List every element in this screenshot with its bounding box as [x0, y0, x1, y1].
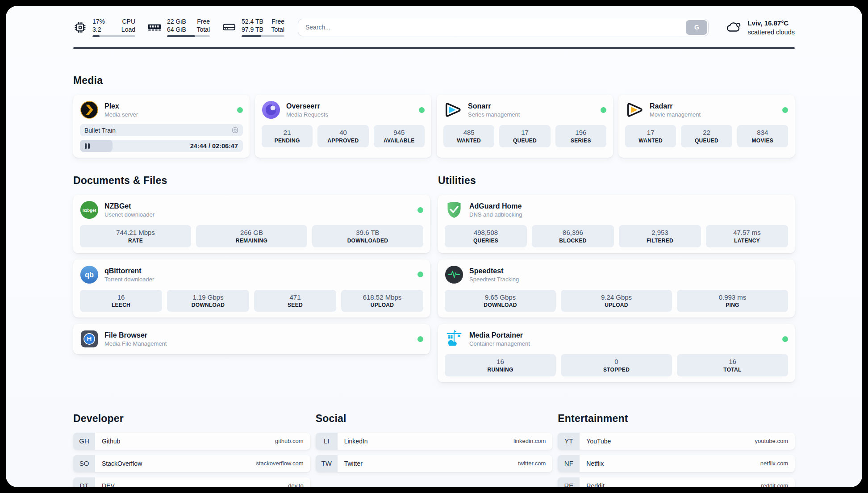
stat-value: 40 — [319, 128, 367, 137]
service-card-overseerr[interactable]: Overseerr Media Requests 21 PENDING 40 A… — [255, 95, 431, 158]
bookmark-linkedin[interactable]: LI LinkedIn linkedin.com — [316, 433, 553, 450]
service-card-adguard[interactable]: AdGuard Home DNS and adblocking 498,508 … — [438, 195, 795, 253]
disk-progress-track — [242, 35, 284, 37]
stat-value: 1.19 Gbps — [169, 293, 247, 302]
disk-total-value: 97.9 TB — [242, 25, 263, 33]
stat-pill: 21 PENDING — [262, 125, 313, 147]
portainer-icon — [445, 330, 463, 348]
bookmark-name: Reddit — [586, 482, 604, 487]
stat-pill: 40 APPROVED — [317, 125, 368, 147]
filebrowser-icon — [80, 330, 99, 348]
cpu-progress-track — [92, 35, 135, 37]
bookmark-abbr: LI — [316, 433, 338, 450]
service-name: Media Portainer — [469, 331, 530, 340]
bookmark-reddit[interactable]: RE Reddit reddit.com — [558, 477, 795, 487]
search-bar: G — [298, 19, 709, 36]
stat-pill: 16 TOTAL — [677, 354, 788, 376]
media-preview-icon[interactable] — [232, 127, 238, 134]
service-card-filebrowser[interactable]: File Browser Media File Management — [73, 324, 430, 354]
service-subtitle: Torrent downloader — [104, 276, 154, 283]
stat-label: FILTERED — [621, 238, 699, 244]
stat-value: 498,508 — [447, 228, 525, 237]
service-card-plex[interactable]: Plex Media server Bullet Train — [73, 95, 250, 158]
bookmark-netflix[interactable]: NF Netflix netflix.com — [558, 455, 795, 472]
status-dot — [419, 107, 425, 113]
stat-pill: 498,508 QUERIES — [445, 225, 527, 247]
nzbget-icon: nzbget — [80, 201, 99, 219]
bookmark-github[interactable]: GH Github github.com — [73, 433, 310, 450]
bookmark-dev[interactable]: DT DEV dev.to — [73, 477, 310, 487]
disk-stat: 52.4 TB 97.9 TB Free Total — [222, 17, 284, 37]
bookmark-twitter[interactable]: TW Twitter twitter.com — [316, 455, 553, 472]
stat-value: 196 — [557, 128, 605, 137]
stat-pill: 17 QUEUED — [499, 125, 550, 147]
section-title-media: Media — [73, 75, 795, 87]
bookmark-abbr: GH — [73, 433, 95, 450]
memory-free-value: 22 GiB — [167, 17, 186, 25]
stat-pill: 86,396 BLOCKED — [532, 225, 614, 247]
cpu-usage-value: 17% — [92, 17, 105, 25]
cloud-icon — [726, 20, 742, 35]
stat-value: 0 — [563, 357, 670, 366]
stat-pill: 47.57 ms LATENCY — [706, 225, 788, 247]
overseerr-icon — [262, 100, 280, 119]
stat-label: WANTED — [627, 138, 674, 144]
header: 17% 3.2 CPU Load — [73, 17, 795, 37]
stat-value: 9.24 Gbps — [563, 293, 670, 302]
stat-pill: 0.993 ms PING — [677, 290, 788, 312]
stat-pill: 2,953 FILTERED — [619, 225, 701, 247]
stat-label: DOWNLOAD — [447, 302, 554, 308]
service-card-qbittorrent[interactable]: qb qBittorrent Torrent downloader 16 LEE… — [73, 259, 430, 318]
memory-progress-fill — [167, 35, 195, 37]
bookmark-stackoverflow[interactable]: SO StackOverflow stackoverflow.com — [73, 455, 310, 472]
service-card-nzbget[interactable]: nzbget NZBGet Usenet downloader 744.21 M… — [73, 195, 430, 253]
service-card-portainer[interactable]: Media Portainer Container management 16 … — [438, 324, 795, 382]
memory-total-value: 64 GiB — [167, 25, 186, 33]
search-input[interactable] — [298, 19, 709, 36]
memory-total-label: Total — [196, 25, 210, 33]
radarr-icon — [625, 100, 644, 119]
service-card-sonarr[interactable]: Sonarr Series management 485 WANTED 17 Q… — [437, 95, 613, 158]
cpu-icon — [73, 21, 87, 34]
header-divider — [73, 47, 795, 49]
stat-label: LATENCY — [708, 238, 786, 244]
memory-free-label: Free — [196, 17, 210, 25]
service-card-speedtest[interactable]: Speedtest Speedtest Tracking 9.65 Gbps D… — [438, 259, 795, 318]
section-title-social: Social — [316, 413, 553, 425]
stat-pill: 196 SERIES — [555, 125, 606, 147]
status-dot — [417, 272, 423, 277]
pause-button[interactable] — [85, 143, 90, 149]
system-stats: 17% 3.2 CPU Load — [73, 17, 284, 37]
bookmark-url: twitter.com — [518, 460, 546, 467]
bookmark-youtube[interactable]: YT YouTube youtube.com — [558, 433, 795, 450]
stat-value: 21 — [263, 128, 311, 137]
service-name: Radarr — [650, 102, 701, 111]
dashboard: 17% 3.2 CPU Load — [6, 6, 862, 487]
stat-value: 86,396 — [534, 228, 612, 237]
stat-pill: 16 LEECH — [80, 290, 162, 312]
bookmark-name: StackOverflow — [102, 460, 142, 467]
stat-label: DOWNLOAD — [169, 302, 247, 308]
stat-pill: 9.24 Gbps UPLOAD — [561, 290, 672, 312]
search-engine-button[interactable]: G — [686, 20, 707, 35]
bookmark-name: Twitter — [344, 460, 363, 467]
service-name: Plex — [104, 102, 138, 111]
stat-value: 17 — [627, 128, 674, 137]
svg-text:nzbget: nzbget — [83, 208, 97, 213]
status-dot — [782, 336, 788, 342]
service-name: NZBGet — [104, 202, 154, 211]
playback-bar: 24:44 / 02:06:47 — [80, 140, 243, 152]
stat-pill: 39.6 TB DOWNLOADED — [312, 225, 423, 247]
status-dot — [782, 107, 788, 113]
stat-pill: 22 QUEUED — [681, 125, 732, 147]
bookmark-url: youtube.com — [755, 438, 788, 444]
stat-value: 16 — [447, 357, 554, 366]
memory-stat: 22 GiB 64 GiB Free Total — [148, 17, 210, 37]
stat-label: PENDING — [263, 138, 311, 144]
service-card-radarr[interactable]: Radarr Movie management 17 WANTED 22 QUE… — [618, 95, 795, 158]
disk-free-value: 52.4 TB — [242, 17, 263, 25]
bookmark-name: Netflix — [586, 460, 604, 467]
stat-value: 945 — [376, 128, 423, 137]
status-dot — [601, 107, 606, 113]
stat-value: 2,953 — [621, 228, 699, 237]
